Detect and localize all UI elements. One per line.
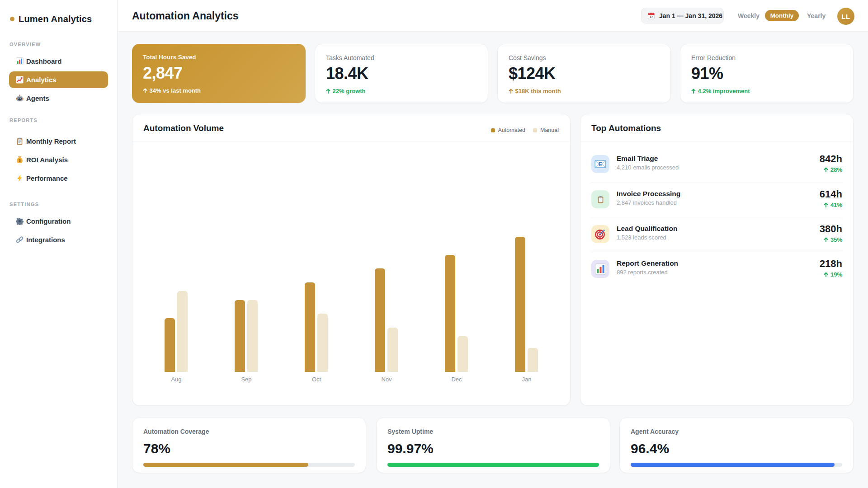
svg-text:E: E [599,161,602,168]
svg-text:$: $ [19,158,21,163]
svg-text:17: 17 [650,15,653,19]
